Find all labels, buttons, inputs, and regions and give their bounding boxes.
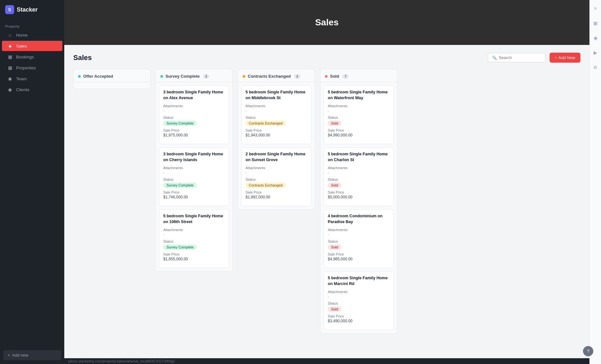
col-label: Survey Complete	[166, 74, 200, 79]
sidebar-item-properties[interactable]: ▦ Properties	[2, 63, 62, 73]
attachments-label: Attachments	[163, 228, 225, 232]
col-cards	[74, 82, 150, 89]
status-bar: pdocs.stackerhq.com/property/sales/view/…	[64, 358, 589, 364]
status-label: Status	[246, 116, 307, 119]
status-label: Status	[328, 178, 390, 181]
sidebar-item-label: Team	[16, 76, 27, 81]
card-title: 5 bedroom Single Family Home on 106th St…	[163, 213, 225, 225]
status-badge: Contracts Exchanged	[246, 120, 307, 128]
grid-view-icon[interactable]: ▦	[591, 19, 600, 28]
sidebar-item-home[interactable]: ⌂ Home	[2, 30, 62, 40]
status-badge: Sold	[328, 244, 390, 252]
attachments-label: Attachments	[163, 166, 225, 170]
board-header: Sales 🔍 + Add New	[73, 53, 580, 63]
sale-price-value: $1,655,000.00	[163, 257, 225, 261]
kanban-column-survey-complete: Survey Complete3 3 bedroom Single Family…	[156, 69, 233, 272]
col-header-sold: Sold7	[320, 69, 397, 82]
attachments-label: Attachments	[328, 166, 390, 170]
sidebar-item-bookings[interactable]: ▦ Bookings	[2, 52, 62, 62]
attachments-value: -	[328, 232, 390, 237]
sale-price-label: Sale Price	[163, 190, 225, 194]
card[interactable]: 4 bedroom Condominium on Paradise Bay At…	[324, 209, 394, 268]
plus-icon: +	[8, 353, 10, 358]
sidebar-item-clients[interactable]: ◉ Clients	[2, 84, 62, 95]
bookings-icon: ▦	[7, 54, 13, 59]
add-new-button[interactable]: + Add New	[550, 53, 580, 63]
search-icon: 🔍	[492, 56, 497, 60]
sale-price-value: $1,892,000.00	[246, 195, 307, 199]
card[interactable]: 2 bedroom Single Family Home on Sunset G…	[241, 147, 311, 206]
add-new-button[interactable]: + Add new	[3, 350, 61, 360]
col-label: Offer Accepted	[83, 74, 113, 79]
sidebar-item-team[interactable]: ◉ Team	[2, 74, 62, 84]
hero-title: Sales	[315, 17, 338, 28]
right-panel: ≡ ▦ ◉ ▶ ⚙	[589, 0, 601, 364]
col-header-contracts-exchanged: Contracts Exchanged2	[238, 69, 315, 82]
card[interactable]: 3 bedroom Single Family Home on Alex Ave…	[159, 85, 229, 144]
sale-price-value: $5,000,000.00	[328, 195, 390, 199]
col-count: 2	[294, 74, 300, 79]
status-badge: Survey Complete	[163, 244, 225, 252]
sale-price-value: $1,746,000.00	[163, 195, 225, 199]
settings-icon[interactable]: ⚙	[591, 63, 600, 72]
play-icon[interactable]: ▶	[591, 48, 600, 57]
card-title: 4 bedroom Condominium on Paradise Bay	[328, 213, 390, 225]
sale-price-value: $4,990,000.00	[328, 133, 390, 137]
card[interactable]: 5 bedroom Single Family Home on Marcini …	[324, 271, 394, 330]
status-label: Status	[328, 116, 390, 119]
user-icon[interactable]: ◉	[591, 33, 600, 42]
card-title: 5 bedroom Single Family Home on Middlebr…	[246, 90, 307, 101]
sidebar-bottom: + Add new	[0, 346, 64, 364]
status-label: Status	[163, 239, 225, 243]
help-button[interactable]: ?	[583, 346, 593, 356]
kanban-column-contracts-exchanged: Contracts Exchanged2 5 bedroom Single Fa…	[238, 69, 315, 210]
attachments-value: -	[163, 170, 225, 175]
card[interactable]: 5 bedroom Single Family Home on Charlon …	[324, 147, 394, 206]
main-content: Sales Sales 🔍 + Add New Offer AcceptedSu…	[64, 0, 589, 364]
board-title: Sales	[73, 54, 92, 62]
clients-icon: ◉	[7, 87, 13, 92]
card[interactable]: 5 bedroom Single Family Home on Waterfro…	[324, 85, 394, 144]
add-new-label: Add New	[558, 55, 575, 60]
card[interactable]: 5 bedroom Single Family Home on 106th St…	[159, 209, 229, 268]
attachments-value: -	[163, 108, 225, 113]
status-badge-value: Sold	[328, 121, 341, 126]
search-input[interactable]	[499, 55, 542, 60]
status-badge-value: Survey Complete	[163, 183, 197, 188]
sale-price-value: $4,985,000.00	[328, 257, 390, 261]
attachments-value: -	[328, 170, 390, 175]
card[interactable]: 3 bedroom Single Family Home on Cherry I…	[159, 147, 229, 206]
status-badge: Contracts Exchanged	[246, 182, 307, 190]
sidebar-item-label: Properties	[16, 65, 36, 70]
sale-price-value: $1,875,000.00	[163, 133, 225, 137]
col-count: 7	[342, 74, 349, 79]
add-new-label: Add new	[12, 353, 29, 358]
status-badge-value: Contracts Exchanged	[246, 121, 286, 126]
attachments-value: -	[328, 108, 390, 113]
card[interactable]: 5 bedroom Single Family Home on Middlebr…	[241, 85, 311, 144]
properties-icon: ▦	[7, 65, 13, 70]
kanban-column-sold: Sold7 5 bedroom Single Family Home on Wa…	[320, 69, 397, 334]
status-badge: Sold	[328, 182, 390, 190]
attachments-value: -	[246, 170, 307, 175]
attachments-value: -	[328, 294, 390, 299]
sale-price-value: $3,490,000.00	[328, 319, 390, 323]
sidebar-item-sales[interactable]: ◈ Sales	[2, 41, 62, 51]
status-url: pdocs.stackerhq.com/property/sales/view/…	[68, 359, 175, 363]
col-header-survey-complete: Survey Complete3	[156, 69, 232, 82]
attachments-value: -	[163, 232, 225, 237]
team-icon: ◉	[7, 76, 13, 81]
sidebar-item-label: Sales	[16, 44, 27, 48]
sidebar: S Stacker Property ⌂ Home ◈ Sales ▦ Book…	[0, 0, 64, 364]
status-label: Status	[328, 301, 390, 305]
list-view-icon[interactable]: ≡	[591, 4, 600, 13]
sale-price-label: Sale Price	[163, 128, 225, 132]
sale-price-label: Sale Price	[328, 314, 390, 318]
plus-icon: +	[555, 55, 557, 60]
sale-price-label: Sale Price	[246, 190, 307, 194]
col-dot	[160, 75, 163, 78]
attachments-label: Attachments	[328, 228, 390, 232]
board-container: Sales 🔍 + Add New Offer AcceptedSurvey C…	[64, 45, 589, 358]
card-title: 5 bedroom Single Family Home on Charlon …	[328, 152, 390, 163]
card-title: 3 bedroom Single Family Home on Cherry I…	[163, 152, 225, 163]
